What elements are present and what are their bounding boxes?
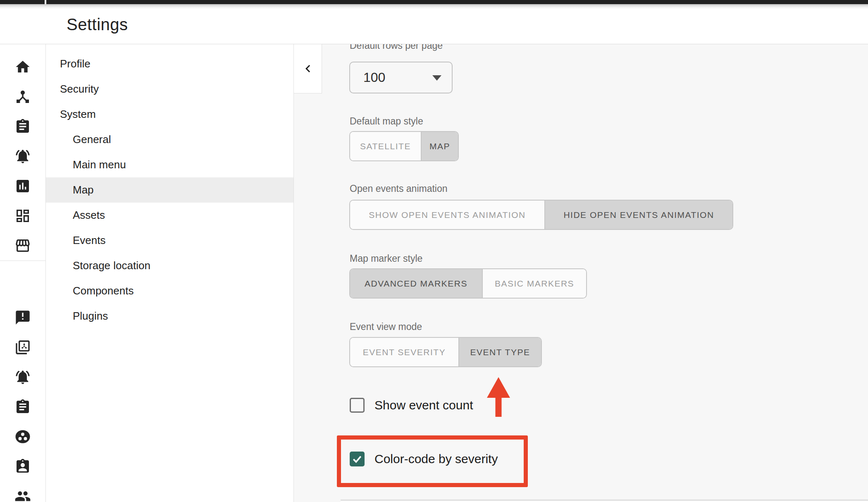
color-code-by-severity-row: Color-code by severity (350, 452, 498, 466)
rail-section-divider (0, 261, 46, 261)
notifications-icon[interactable] (14, 148, 31, 165)
app-header: Settings (0, 4, 868, 44)
device-hub-icon[interactable] (14, 88, 31, 105)
people-icon[interactable] (14, 488, 31, 502)
toggle-option-hide-open-events-animation[interactable]: HIDE OPEN EVENTS ANIMATION (544, 201, 732, 229)
open-events-animation-toggle: SHOW OPEN EVENTS ANIMATION HIDE OPEN EVE… (349, 200, 733, 230)
dashboard-icon[interactable] (14, 208, 31, 224)
feedback-icon[interactable] (14, 309, 31, 326)
event-view-mode-toggle: EVENT SEVERITY EVENT TYPE (349, 337, 542, 367)
menu-item-storage-location[interactable]: Storage location (46, 253, 293, 278)
show-event-count-row: Show event count (350, 398, 473, 413)
map-style-toggle: SATELLITE MAP (349, 131, 459, 161)
rows-per-page-select[interactable]: 100 (349, 62, 453, 93)
toggle-option-event-type[interactable]: EVENT TYPE (458, 338, 541, 366)
toggle-option-map[interactable]: MAP (421, 132, 458, 160)
toggle-option-show-open-events-animation[interactable]: SHOW OPEN EVENTS ANIMATION (350, 201, 544, 229)
top-status-bar (0, 0, 868, 4)
assignment-person-icon[interactable] (14, 458, 31, 475)
group-work-icon[interactable] (14, 428, 31, 445)
notifications-icon[interactable] (14, 369, 31, 385)
show-event-count-label: Show event count (374, 398, 473, 412)
toggle-option-satellite[interactable]: SATELLITE (350, 132, 421, 160)
main-nav-rail (0, 44, 46, 502)
map-style-label: Default map style (350, 116, 423, 127)
menu-item-plugins[interactable]: Plugins (46, 304, 293, 329)
open-events-animation-label: Open events animation (350, 183, 448, 194)
event-view-mode-label: Event view mode (350, 321, 422, 332)
page-title: Settings (67, 4, 128, 44)
menu-item-general[interactable]: General (46, 127, 293, 152)
menu-item-components[interactable]: Components (46, 278, 293, 304)
menu-item-events[interactable]: Events (46, 228, 293, 253)
menu-item-security[interactable]: Security (46, 76, 293, 102)
menu-item-system[interactable]: System (46, 102, 293, 127)
color-code-by-severity-checkbox[interactable] (350, 452, 365, 466)
chevron-left-icon (300, 61, 315, 76)
toggle-option-basic-markers[interactable]: BASIC MARKERS (482, 269, 586, 298)
next-section-divider (341, 500, 868, 502)
topbar-panel-notch (45, 0, 46, 4)
menu-item-main-menu[interactable]: Main menu (46, 152, 293, 177)
show-event-count-checkbox[interactable] (350, 398, 365, 413)
home-icon[interactable] (14, 59, 31, 75)
map-marker-style-label: Map marker style (350, 253, 422, 264)
rows-per-page-value: 100 (363, 62, 385, 93)
clipboard-icon[interactable] (14, 399, 31, 415)
media-hub-icon[interactable] (14, 339, 31, 356)
menu-item-profile[interactable]: Profile (46, 51, 293, 76)
color-code-by-severity-label: Color-code by severity (374, 452, 498, 466)
toggle-option-event-severity[interactable]: EVENT SEVERITY (350, 338, 458, 366)
storefront-icon[interactable] (14, 237, 31, 254)
checkmark-icon (351, 453, 363, 465)
map-marker-style-toggle: ADVANCED MARKERS BASIC MARKERS (349, 268, 587, 299)
bar-chart-icon[interactable] (14, 178, 31, 194)
toggle-option-advanced-markers[interactable]: ADVANCED MARKERS (350, 269, 482, 298)
menu-item-assets[interactable]: Assets (46, 203, 293, 228)
collapse-menu-button[interactable] (294, 44, 322, 93)
settings-menu: Profile Security System General Main men… (46, 44, 294, 502)
annotation-arrow-up-icon (487, 377, 510, 417)
dropdown-caret-icon (432, 75, 441, 81)
menu-item-map[interactable]: Map (46, 177, 293, 203)
settings-page: Settings (0, 0, 868, 502)
clipboard-icon[interactable] (14, 118, 31, 135)
